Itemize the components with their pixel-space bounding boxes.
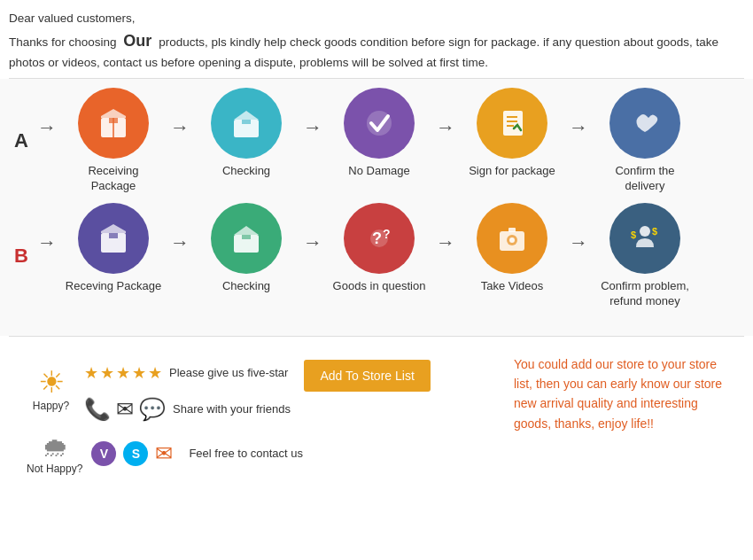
greeting-line: Dear valued customers, bbox=[9, 9, 744, 28]
add-store-button[interactable]: Add To Store List bbox=[304, 360, 430, 392]
circle-b4 bbox=[477, 203, 547, 274]
flow-row-b: B → Receving Package → bbox=[9, 203, 744, 309]
label-a2: Checking bbox=[222, 164, 270, 179]
bottom-right-text: You could add our store to your store li… bbox=[514, 354, 726, 486]
svg-text:$: $ bbox=[652, 226, 657, 237]
star5: ★ bbox=[148, 363, 162, 383]
arrow-icon: → bbox=[303, 231, 322, 254]
svg-text:?: ? bbox=[383, 227, 391, 241]
star2: ★ bbox=[100, 363, 114, 383]
circle-b5: $ $ bbox=[609, 203, 680, 274]
social-icons: 📞 ✉ 💬 bbox=[84, 397, 166, 422]
circle-b3: ? ? bbox=[344, 203, 415, 274]
arrow-icon: → bbox=[569, 231, 588, 254]
label-b2: Checking bbox=[222, 279, 270, 294]
five-star-text: Please give us five-star bbox=[169, 366, 288, 379]
flow-item-a3: No Damage bbox=[326, 88, 432, 179]
flow-item-b3: ? ? Goods in question bbox=[326, 203, 432, 294]
flow-item-a5: Confirm the delivery bbox=[592, 88, 698, 194]
arrow-icon: → bbox=[37, 231, 57, 254]
cloud-rain-icon: 🌧 bbox=[30, 432, 79, 463]
happy-row: ☀ Happy? ★ ★ ★ ★ ★ Please give us five-s… bbox=[27, 354, 496, 422]
arrow-icon: → bbox=[303, 116, 322, 139]
flow-section: A → Receiving Package → bbox=[0, 79, 753, 336]
contact-text: Feel free to contact us bbox=[189, 447, 303, 460]
svg-rect-15 bbox=[242, 235, 251, 239]
arrow-icon: → bbox=[170, 231, 190, 254]
arrow-icon: → bbox=[37, 116, 57, 139]
svg-rect-5 bbox=[242, 120, 251, 124]
label-b5: Confirm problem, refund money bbox=[601, 279, 689, 309]
star-rating: ★ ★ ★ ★ ★ bbox=[84, 363, 162, 383]
circle-a2 bbox=[211, 88, 282, 159]
svg-rect-13 bbox=[109, 233, 118, 238]
label-a3: No Damage bbox=[348, 164, 409, 179]
intro-line: Thanks for choosing Our products, pls ki… bbox=[9, 28, 744, 73]
star1: ★ bbox=[84, 363, 98, 383]
svg-text:$: $ bbox=[631, 229, 636, 240]
top-text-block: Dear valued customers, Thanks for choosi… bbox=[0, 0, 753, 78]
flow-item-a4: Sign for package bbox=[459, 88, 565, 179]
circle-b1 bbox=[78, 203, 149, 274]
circle-a1 bbox=[78, 88, 149, 159]
nothappy-icon-wrap: 🌧 Not Happy? bbox=[27, 432, 82, 475]
svg-marker-12 bbox=[101, 224, 126, 233]
viber-icon: V bbox=[91, 441, 116, 466]
nothappy-row: 🌧 Not Happy? V S ✉ Feel free to contact … bbox=[27, 432, 496, 475]
flow-row-a: A → Receiving Package → bbox=[9, 88, 744, 194]
phone-icon: 📞 bbox=[84, 397, 111, 422]
skype-icon: S bbox=[123, 441, 148, 466]
flow-item-b5: $ $ Confirm problem, refund money bbox=[592, 203, 698, 309]
flow-item-b4: Take Videos bbox=[459, 203, 565, 294]
arrow-icon: → bbox=[436, 231, 455, 254]
flow-item-b2: Checking bbox=[193, 203, 299, 294]
label-a4: Sign for package bbox=[469, 164, 555, 179]
svg-rect-7 bbox=[503, 111, 523, 136]
label-b1: Receving Package bbox=[66, 279, 161, 294]
bottom-section: ☀ Happy? ★ ★ ★ ★ ★ Please give us five-s… bbox=[0, 337, 753, 503]
row-a-label: A bbox=[9, 129, 34, 152]
star-row-wrap: ★ ★ ★ ★ ★ Please give us five-star Add T… bbox=[84, 354, 431, 422]
bottom-left: ☀ Happy? ★ ★ ★ ★ ★ Please give us five-s… bbox=[27, 354, 496, 486]
happy-label: Happy? bbox=[27, 400, 75, 412]
arrow-icon: → bbox=[170, 116, 190, 139]
label-b3: Goods in question bbox=[333, 279, 426, 294]
arrow-icon: → bbox=[436, 116, 455, 139]
flow-item-a2: Checking bbox=[193, 88, 299, 179]
circle-a3 bbox=[344, 88, 415, 159]
circle-a4 bbox=[477, 88, 547, 159]
svg-point-21 bbox=[509, 237, 515, 243]
email-icon: ✉ bbox=[116, 397, 134, 422]
label-b4: Take Videos bbox=[481, 279, 544, 294]
svg-rect-22 bbox=[508, 228, 516, 232]
nothappy-label: Not Happy? bbox=[27, 463, 82, 475]
row-b-items: Receving Package → Checking → bbox=[60, 203, 744, 309]
circle-a5 bbox=[609, 88, 680, 159]
row-a-items: Receiving Package → Checking → bbox=[60, 88, 744, 194]
circle-b2 bbox=[211, 203, 282, 274]
row-b-label: B bbox=[9, 245, 34, 268]
arrow-icon: → bbox=[569, 116, 588, 139]
contact-icons: V S ✉ bbox=[91, 441, 173, 466]
svg-text:?: ? bbox=[372, 229, 382, 247]
label-a1: Receiving Package bbox=[65, 164, 162, 194]
chat-icon: 💬 bbox=[139, 397, 166, 422]
contact-email-icon: ✉ bbox=[155, 441, 173, 466]
happy-icon-wrap: ☀ Happy? bbox=[27, 364, 75, 412]
flow-item-b1: Receving Package bbox=[60, 203, 167, 294]
brand-name: Our bbox=[123, 32, 151, 50]
star3: ★ bbox=[116, 363, 130, 383]
label-a5: Confirm the delivery bbox=[596, 164, 694, 194]
share-line: 📞 ✉ 💬 Share with your friends bbox=[84, 397, 431, 422]
star4: ★ bbox=[132, 363, 146, 383]
sun-icon: ☀ bbox=[27, 364, 75, 400]
flow-item-a1: Receiving Package bbox=[60, 88, 167, 194]
share-text: Share with your friends bbox=[173, 402, 291, 416]
stars-line: ★ ★ ★ ★ ★ Please give us five-star Add T… bbox=[84, 354, 431, 392]
svg-marker-1 bbox=[101, 109, 126, 118]
svg-point-23 bbox=[640, 226, 650, 237]
